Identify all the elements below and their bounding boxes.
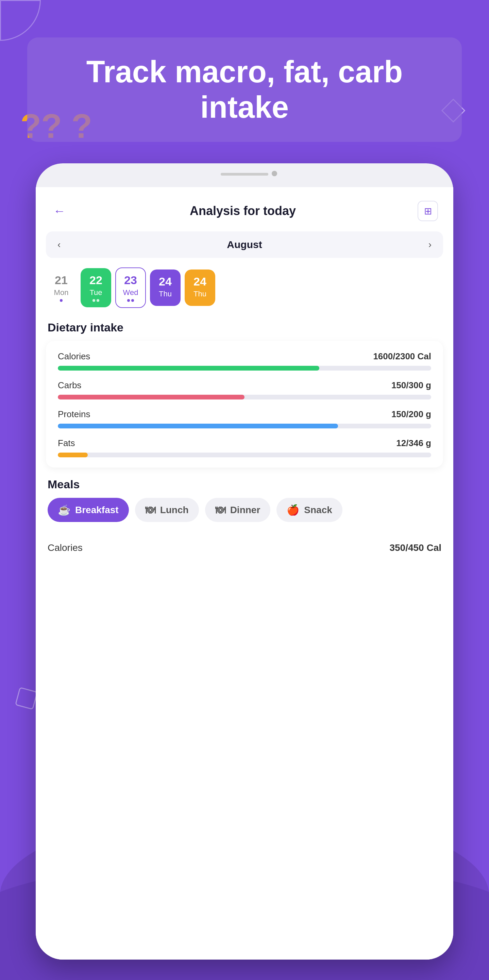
macro-row-fats: Fats 12/346 g [58,438,431,457]
date-day-22: Tue [89,288,102,297]
dot-indicator-22 [92,299,99,302]
next-month-button[interactable]: › [425,237,435,252]
macro-name-proteins: Proteins [58,409,90,420]
dot-1 [127,299,130,302]
dinner-button[interactable]: 🍽 Dinner [205,498,271,522]
date-day-21: Mon [54,288,69,297]
calories-bottom-value: 350/450 Cal [389,542,441,553]
progress-bg-proteins [58,424,431,428]
progress-bg-fats [58,453,431,457]
dot-2 [131,299,134,302]
date-item-24-thu[interactable]: 24 Thu [150,269,181,306]
date-item-23[interactable]: 23 Wed [115,267,146,308]
top-curve-decoration [0,0,41,41]
macro-name-carbs: Carbs [58,380,81,391]
macro-row-carbs: Carbs 150/300 g [58,380,431,399]
progress-bg-carbs [58,395,431,399]
macro-value-proteins: 150/200 g [391,409,431,420]
date-num-21: 21 [55,274,68,287]
headline-text: Track macro, fat, carb intake [48,54,441,125]
progress-fill-fats [58,453,88,457]
date-row: 21 Mon 22 Tue 23 Wed [36,261,453,314]
dot-indicator-23 [127,299,134,302]
date-num-22: 22 [89,274,102,287]
back-button[interactable]: ← [51,202,68,220]
lunch-icon: 🍽 [145,504,156,516]
date-item-22[interactable]: 22 Tue [81,268,111,307]
app-header: ← Analysis for today ⊞ [36,187,453,228]
phone-camera [272,171,277,176]
macro-header-fats: Fats 12/346 g [58,438,431,449]
meals-heading: Meals [48,478,441,498]
dot-1 [92,299,95,302]
dietary-card: Calories 1600/2300 Cal Carbs 150/300 g [46,341,443,468]
calendar-nav: ‹ August › [46,231,443,258]
date-day-24-thu-orange: Thu [194,290,206,298]
date-day-24-thu: Thu [159,290,172,298]
macro-name-fats: Fats [58,438,75,449]
progress-fill-proteins [58,424,338,428]
phone-content: ← Analysis for today ⊞ ‹ August › 21 Mon [36,187,453,959]
macro-value-carbs: 150/300 g [391,380,431,391]
meals-section: Meals ☕ Breakfast 🍽 Lunch 🍽 Dinner 🍎 Sna… [36,471,453,539]
macro-header-calories: Calories 1600/2300 Cal [58,351,431,362]
date-num-23: 23 [124,274,137,287]
bottom-calories-row: Calories 350/450 Cal [36,539,453,560]
month-label: August [227,239,262,250]
date-item-24-thu-orange[interactable]: 24 Thu [185,269,215,306]
date-num-24-thu: 24 [159,275,172,288]
breakfast-button[interactable]: ☕ Breakfast [48,498,129,522]
progress-bg-calories [58,366,431,371]
macro-name-calories: Calories [58,351,90,362]
phone-mockup: ← Analysis for today ⊞ ‹ August › 21 Mon [36,163,453,959]
square-decoration [15,687,38,710]
back-arrow-icon: ← [53,204,66,218]
chart-icon: ⊞ [424,205,432,217]
macro-value-fats: 12/346 g [396,438,431,449]
macro-header-carbs: Carbs 150/300 g [58,380,431,391]
dot-2 [97,299,99,302]
macro-value-calories: 1600/2300 Cal [373,351,431,362]
prev-month-button[interactable]: ‹ [54,237,64,252]
date-day-23: Wed [123,288,138,297]
progress-fill-carbs [58,395,244,399]
phone-notch [221,173,268,176]
meal-buttons: ☕ Breakfast 🍽 Lunch 🍽 Dinner 🍎 Snack [48,498,441,522]
chart-button[interactable]: ⊞ [418,201,438,221]
breakfast-label: Breakfast [75,504,119,515]
breakfast-icon: ☕ [58,504,70,516]
dinner-icon: 🍽 [215,504,225,516]
macro-row-calories: Calories 1600/2300 Cal [58,351,431,371]
date-item-21[interactable]: 21 Mon [46,268,76,307]
progress-fill-calories [58,366,319,371]
macro-row-proteins: Proteins 150/200 g [58,409,431,428]
snack-icon: 🍎 [287,504,299,516]
snack-label: Snack [304,504,332,515]
macro-header-proteins: Proteins 150/200 g [58,409,431,420]
calories-bottom-label: Calories [48,542,83,553]
snack-button[interactable]: 🍎 Snack [276,498,343,522]
dot-indicator-21 [60,299,63,302]
headline-card: Track macro, fat, carb intake [27,37,462,142]
date-num-24-thu-orange: 24 [194,275,206,288]
dinner-label: Dinner [230,504,260,515]
lunch-button[interactable]: 🍽 Lunch [135,498,199,522]
dot-1 [60,299,63,302]
page-title: Analysis for today [190,204,296,218]
lunch-label: Lunch [160,504,189,515]
dietary-heading: Dietary intake [36,314,453,337]
